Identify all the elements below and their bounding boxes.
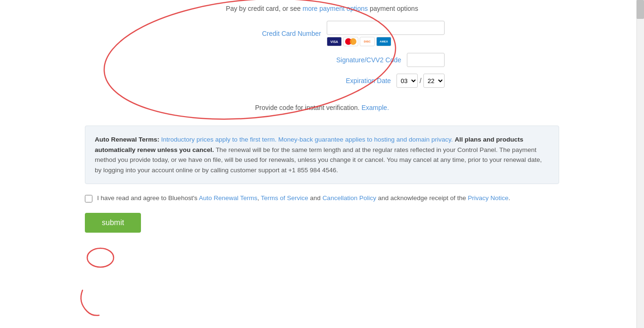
expiry-group: 01 02 03 04 05 06 07 08 09 10 11 12 / 22… xyxy=(396,74,445,88)
discover-icon: DISC xyxy=(360,37,375,46)
agreement-checkbox[interactable] xyxy=(85,195,92,202)
expiry-label: Expiration Date xyxy=(308,77,391,84)
amex-icon: AMEX xyxy=(376,37,391,46)
cc-number-label: Credit Card Number xyxy=(239,30,321,37)
expiry-year-select[interactable]: 22 23 24 25 26 27 28 29 30 xyxy=(423,74,445,88)
agreement-checkbox-row: I have read and agree to Bluehost's Auto… xyxy=(85,193,559,203)
submit-button[interactable]: submit xyxy=(85,213,141,233)
cc-icons-row: VISA DISC AMEX xyxy=(327,37,445,46)
example-link[interactable]: Example. xyxy=(362,104,389,111)
provide-code-row: Provide code for instant verification. E… xyxy=(0,104,644,111)
cc-number-input[interactable] xyxy=(327,21,445,35)
scrollbar-thumb[interactable] xyxy=(636,0,644,19)
cc-number-row: Credit Card Number VISA DISC AMEX xyxy=(199,21,445,46)
tos-link[interactable]: Terms of Service xyxy=(261,194,308,202)
expiry-month-select[interactable]: 01 02 03 04 05 06 07 08 09 10 11 12 xyxy=(396,74,418,88)
auto-renewal-terms-link[interactable]: Auto Renewal Terms xyxy=(199,194,257,202)
expiry-slash: / xyxy=(420,77,421,84)
cvv-label: Signature/CVV2 Code xyxy=(319,56,401,64)
agreement-text: I have read and agree to Bluehost's Auto… xyxy=(97,193,510,203)
cvv-input[interactable] xyxy=(407,53,445,67)
mastercard-icon xyxy=(343,37,358,46)
privacy-notice-link[interactable]: Privacy Notice xyxy=(468,194,508,202)
introductory-prices-link[interactable]: Introductory prices apply to the first t… xyxy=(161,136,453,143)
terms-label: Auto Renewal Terms: xyxy=(95,136,159,143)
more-payment-link[interactable]: more payment options xyxy=(303,5,368,12)
cancellation-policy-link[interactable]: Cancellation Policy xyxy=(322,194,376,202)
cvv-row: Signature/CVV2 Code xyxy=(199,53,445,67)
terms-box: Auto Renewal Terms: Introductory prices … xyxy=(85,126,559,184)
pay-by-text: Pay by credit card, or see xyxy=(226,5,303,12)
payment-options-text: payment options xyxy=(368,5,418,12)
visa-icon: VISA xyxy=(327,37,342,46)
payment-form-section: Credit Card Number VISA DISC AMEX Signat… xyxy=(0,21,644,94)
svg-point-1 xyxy=(87,248,114,267)
submit-row: submit xyxy=(85,213,559,233)
cc-input-group: VISA DISC AMEX xyxy=(327,21,445,46)
provide-code-text: Provide code for instant verification. xyxy=(255,104,362,111)
top-payment-text: Pay by credit card, or see more payment … xyxy=(0,5,644,12)
expiry-row: Expiration Date 01 02 03 04 05 06 07 08 … xyxy=(199,74,445,88)
